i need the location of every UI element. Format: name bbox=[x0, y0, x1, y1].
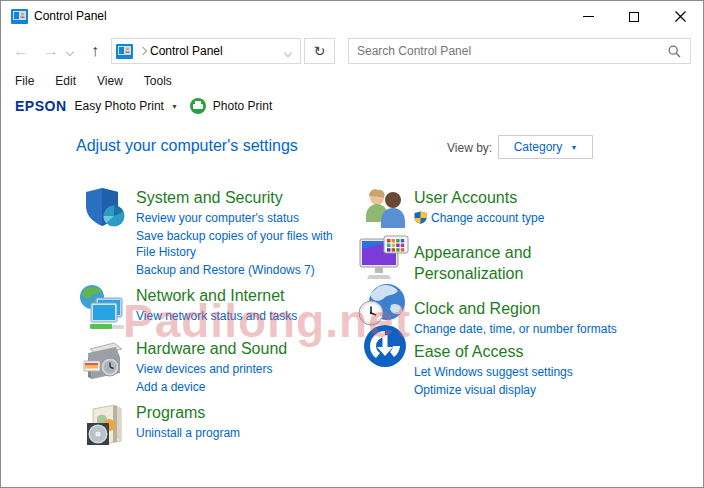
category-clock-region: Clock and Region Change date, time, or n… bbox=[414, 299, 649, 337]
programs-icon[interactable] bbox=[85, 403, 129, 449]
page-title: Adjust your computer's settings bbox=[76, 137, 298, 155]
chevron-down-icon: ▼ bbox=[570, 144, 577, 151]
category-title-link[interactable]: Hardware and Sound bbox=[136, 339, 287, 359]
category-task-link[interactable]: Optimize visual display bbox=[414, 382, 644, 398]
search-box bbox=[348, 38, 691, 64]
category-title-link[interactable]: Clock and Region bbox=[414, 299, 540, 319]
category-title-link[interactable]: Appearance and Personalization bbox=[414, 242, 579, 284]
menu-tools[interactable]: Tools bbox=[144, 71, 172, 93]
category-task-link[interactable]: Change date, time, or number formats bbox=[414, 321, 649, 337]
search-icon[interactable] bbox=[668, 45, 681, 58]
user-accounts-icon[interactable] bbox=[362, 188, 410, 230]
dropdown-arrow-icon[interactable]: ▼ bbox=[171, 103, 178, 110]
maximize-icon bbox=[629, 12, 639, 22]
category-task-link[interactable]: Change account type bbox=[414, 210, 644, 226]
title-bar: Control Panel bbox=[1, 1, 703, 33]
uac-shield-icon bbox=[414, 211, 427, 224]
category-network-internet: Network and Internet View network status… bbox=[136, 286, 351, 324]
category-task-link[interactable]: Let Windows suggest settings bbox=[414, 364, 644, 380]
address-bar[interactable]: Control Panel bbox=[111, 38, 301, 64]
view-by-dropdown[interactable]: Category ▼ bbox=[498, 135, 593, 159]
network-internet-icon[interactable] bbox=[78, 284, 130, 330]
navigation-bar: ← → ↑ Control Panel ↻ bbox=[1, 33, 703, 69]
category-title-link[interactable]: Ease of Access bbox=[414, 342, 523, 362]
category-ease-of-access: Ease of Access Let Windows suggest setti… bbox=[414, 342, 644, 398]
refresh-button[interactable]: ↻ bbox=[304, 38, 335, 64]
category-task-link[interactable]: Review your computer's status bbox=[136, 210, 351, 226]
up-button[interactable]: ↑ bbox=[83, 33, 107, 69]
category-hardware-sound: Hardware and Sound View devices and prin… bbox=[136, 339, 351, 395]
close-icon bbox=[675, 11, 686, 22]
photo-print-button[interactable]: Photo Print bbox=[213, 99, 272, 113]
address-dropdown-icon[interactable] bbox=[284, 49, 292, 57]
minimize-button[interactable] bbox=[565, 1, 611, 32]
search-input[interactable] bbox=[357, 40, 657, 62]
category-task-link[interactable]: View devices and printers bbox=[136, 361, 351, 377]
menu-file[interactable]: File bbox=[15, 71, 34, 93]
easy-photo-print-dropdown[interactable]: Easy Photo Print bbox=[75, 99, 164, 113]
control-panel-icon bbox=[11, 9, 28, 24]
category-task-link[interactable]: Add a device bbox=[136, 379, 351, 395]
category-title-link[interactable]: System and Security bbox=[136, 188, 283, 208]
menu-edit[interactable]: Edit bbox=[55, 71, 76, 93]
menu-view[interactable]: View bbox=[97, 71, 123, 93]
close-button[interactable] bbox=[657, 1, 703, 32]
epson-toolbar: EPSON Easy Photo Print ▼ Photo Print bbox=[1, 94, 703, 118]
category-task-link[interactable]: Backup and Restore (Windows 7) bbox=[136, 262, 351, 278]
category-title-link[interactable]: User Accounts bbox=[414, 188, 517, 208]
control-panel-icon bbox=[116, 44, 133, 59]
control-panel-window: Control Panel ← → ↑ Control bbox=[0, 0, 704, 488]
category-user-accounts: User Accounts Change account type bbox=[414, 188, 644, 226]
category-title-link[interactable]: Network and Internet bbox=[136, 286, 285, 306]
category-task-link[interactable]: View network status and tasks bbox=[136, 308, 351, 324]
breadcrumb[interactable]: Control Panel bbox=[150, 44, 223, 58]
system-security-icon[interactable] bbox=[83, 186, 128, 231]
clock-region-icon[interactable] bbox=[358, 283, 408, 327]
menu-bar: File Edit View Tools bbox=[1, 71, 703, 93]
history-dropdown-icon[interactable] bbox=[66, 48, 74, 56]
minimize-icon bbox=[583, 16, 594, 17]
hardware-sound-icon[interactable] bbox=[80, 337, 128, 385]
epson-logo: EPSON bbox=[15, 98, 67, 114]
maximize-button[interactable] bbox=[611, 1, 657, 32]
category-task-link[interactable]: Uninstall a program bbox=[136, 425, 351, 441]
ease-of-access-icon[interactable] bbox=[362, 323, 408, 369]
breadcrumb-separator-icon bbox=[139, 47, 147, 55]
view-by-value: Category bbox=[514, 140, 563, 154]
category-task-link[interactable]: Save backup copies of your files with Fi… bbox=[136, 228, 351, 260]
category-title-link[interactable]: Programs bbox=[136, 403, 205, 423]
category-appearance-personalization: Appearance and Personalization bbox=[414, 242, 579, 284]
photo-print-icon bbox=[190, 98, 206, 114]
category-system-security: System and Security Review your computer… bbox=[136, 188, 351, 278]
window-title: Control Panel bbox=[34, 1, 107, 32]
back-button[interactable]: ← bbox=[9, 33, 33, 69]
appearance-personalization-icon[interactable] bbox=[358, 235, 410, 281]
category-task-link-label: Change account type bbox=[431, 211, 544, 225]
forward-button[interactable]: → bbox=[39, 33, 63, 69]
category-programs: Programs Uninstall a program bbox=[136, 403, 351, 441]
view-by-label: View by: bbox=[447, 141, 492, 155]
